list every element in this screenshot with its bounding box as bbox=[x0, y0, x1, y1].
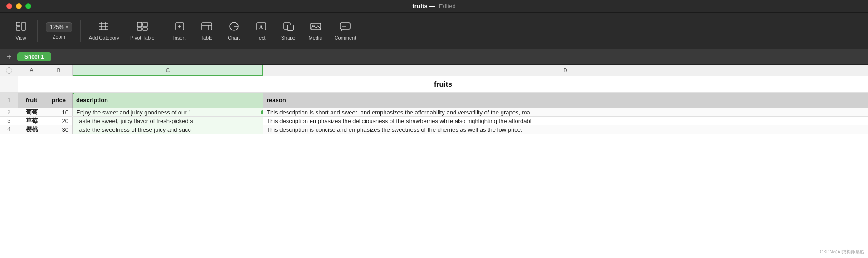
svg-rect-30 bbox=[340, 23, 350, 29]
cell-2-a[interactable]: 葡萄 bbox=[18, 108, 45, 116]
comment-button[interactable]: Comment bbox=[329, 19, 362, 43]
svg-rect-11 bbox=[143, 28, 147, 30]
shape-icon bbox=[283, 21, 294, 33]
insert-icon bbox=[174, 21, 185, 33]
selection-handle-right bbox=[261, 110, 263, 114]
toolbar-divider-3 bbox=[163, 20, 163, 42]
cell-4-c[interactable]: Taste the sweetness of these juicy and s… bbox=[73, 125, 263, 134]
sheet-tab-1[interactable]: Sheet 1 bbox=[17, 52, 51, 61]
cell-4-b[interactable]: 30 bbox=[45, 125, 73, 134]
cell-3-b[interactable]: 20 bbox=[45, 117, 73, 125]
view-label: View bbox=[15, 35, 26, 40]
add-category-label: Add Category bbox=[89, 35, 119, 40]
media-label: Media bbox=[309, 35, 322, 40]
col-header-b[interactable]: B bbox=[45, 64, 73, 76]
zoom-button[interactable]: 125% ▾ bbox=[46, 22, 72, 32]
pivot-table-button[interactable]: Pivot Table bbox=[125, 19, 160, 43]
col-header-a[interactable]: A bbox=[18, 64, 45, 76]
toolbar: View 125% ▾ Zoom Add Category bbox=[0, 13, 868, 49]
svg-rect-0 bbox=[16, 22, 20, 26]
header-cell-price[interactable]: price bbox=[45, 93, 73, 108]
cell-2-d[interactable]: This description is short and sweet, and… bbox=[263, 108, 868, 116]
cell-4-d[interactable]: This description is concise and emphasiz… bbox=[263, 125, 868, 134]
row-1-num: 1 bbox=[0, 93, 18, 108]
header-cell-fruit[interactable]: fruit bbox=[18, 93, 45, 108]
zoom-label: Zoom bbox=[53, 34, 65, 40]
table-row: 4 樱桃 30 Taste the sweetness of these jui… bbox=[0, 125, 868, 134]
zoom-value: 125% bbox=[50, 24, 64, 30]
table-icon bbox=[201, 21, 213, 33]
table-header-row: 1 fruit price description reason bbox=[0, 93, 868, 108]
shape-button[interactable]: Shape bbox=[275, 19, 302, 43]
title-separator: — bbox=[428, 3, 437, 10]
cell-4-a[interactable]: 樱桃 bbox=[18, 125, 45, 134]
svg-rect-16 bbox=[202, 23, 212, 30]
cell-3-c[interactable]: Taste the sweet, juicy flavor of fresh-p… bbox=[73, 117, 263, 125]
traffic-lights bbox=[6, 3, 31, 9]
cell-2-b[interactable]: 10 bbox=[45, 108, 73, 116]
col-header-c[interactable]: C bbox=[73, 64, 263, 76]
sheet-tabs-bar: + Sheet 1 bbox=[0, 49, 868, 64]
titlebar: fruits — Edited bbox=[0, 0, 868, 13]
row-2-num: 2 bbox=[0, 108, 18, 116]
watermark: CSDN@AI架构师易筋 bbox=[820, 249, 864, 255]
text-button[interactable]: A Text bbox=[248, 19, 275, 43]
data-rows-container: 2 葡萄 10 Enjoy the sweet and juicy goodne… bbox=[0, 108, 868, 258]
add-category-button[interactable]: Add Category bbox=[83, 19, 125, 43]
column-headers-row: A B C D bbox=[0, 64, 868, 76]
selection-handle-top-left bbox=[73, 93, 74, 94]
row-num-header bbox=[0, 64, 18, 76]
pivot-table-label: Pivot Table bbox=[130, 35, 155, 40]
window-status: Edited bbox=[439, 3, 456, 10]
chart-icon bbox=[228, 21, 240, 33]
spreadsheet-title-row: fruits bbox=[0, 76, 868, 93]
svg-rect-28 bbox=[311, 23, 321, 30]
table-button[interactable]: Table bbox=[193, 19, 220, 43]
header-cell-reason[interactable]: reason bbox=[263, 93, 868, 108]
select-all-button[interactable] bbox=[6, 67, 12, 74]
zoom-control[interactable]: 125% ▾ Zoom bbox=[40, 20, 78, 42]
view-icon bbox=[15, 21, 26, 33]
comment-icon bbox=[339, 21, 351, 33]
svg-rect-9 bbox=[143, 22, 147, 27]
toolbar-divider-1 bbox=[37, 20, 38, 42]
window-title: fruits bbox=[412, 3, 428, 10]
insert-label: Insert bbox=[173, 35, 186, 40]
media-button[interactable]: Media bbox=[302, 19, 329, 43]
svg-text:A: A bbox=[259, 25, 263, 30]
row-3-num: 3 bbox=[0, 117, 18, 125]
table-row: 3 草莓 20 Taste the sweet, juicy flavor of… bbox=[0, 117, 868, 125]
row-4-num: 4 bbox=[0, 125, 18, 134]
cell-3-a[interactable]: 草莓 bbox=[18, 117, 45, 125]
spreadsheet-title: fruits bbox=[18, 76, 868, 92]
toolbar-divider-2 bbox=[80, 20, 81, 42]
text-label: Text bbox=[256, 35, 265, 40]
minimize-button[interactable] bbox=[16, 3, 22, 9]
add-sheet-button[interactable]: + bbox=[4, 51, 15, 62]
chart-button[interactable]: Chart bbox=[220, 19, 248, 43]
header-cell-description[interactable]: description bbox=[73, 93, 263, 108]
pivot-table-icon bbox=[137, 21, 148, 33]
spreadsheet: A B C D fruits 1 fruit price description… bbox=[0, 64, 868, 258]
comment-label: Comment bbox=[335, 35, 356, 40]
cell-2-c[interactable]: Enjoy the sweet and juicy goodness of ou… bbox=[73, 108, 263, 116]
shape-label: Shape bbox=[281, 35, 296, 40]
cell-3-d[interactable]: This description emphasizes the deliciou… bbox=[263, 117, 868, 125]
table-label: Table bbox=[200, 35, 212, 40]
svg-rect-1 bbox=[16, 27, 20, 30]
col-header-d[interactable]: D bbox=[263, 64, 868, 76]
media-icon bbox=[310, 21, 322, 33]
zoom-chevron-icon: ▾ bbox=[66, 25, 68, 30]
chart-label: Chart bbox=[228, 35, 240, 40]
svg-rect-2 bbox=[22, 22, 25, 30]
table-row: 2 葡萄 10 Enjoy the sweet and juicy goodne… bbox=[0, 108, 868, 117]
maximize-button[interactable] bbox=[25, 3, 31, 9]
svg-rect-10 bbox=[137, 28, 142, 30]
svg-rect-26 bbox=[287, 25, 293, 30]
view-button[interactable]: View bbox=[7, 19, 34, 43]
title-row-spacer bbox=[0, 76, 18, 92]
add-category-icon bbox=[98, 21, 110, 33]
close-button[interactable] bbox=[6, 3, 12, 9]
insert-button[interactable]: Insert bbox=[166, 19, 193, 43]
svg-rect-8 bbox=[137, 22, 142, 27]
